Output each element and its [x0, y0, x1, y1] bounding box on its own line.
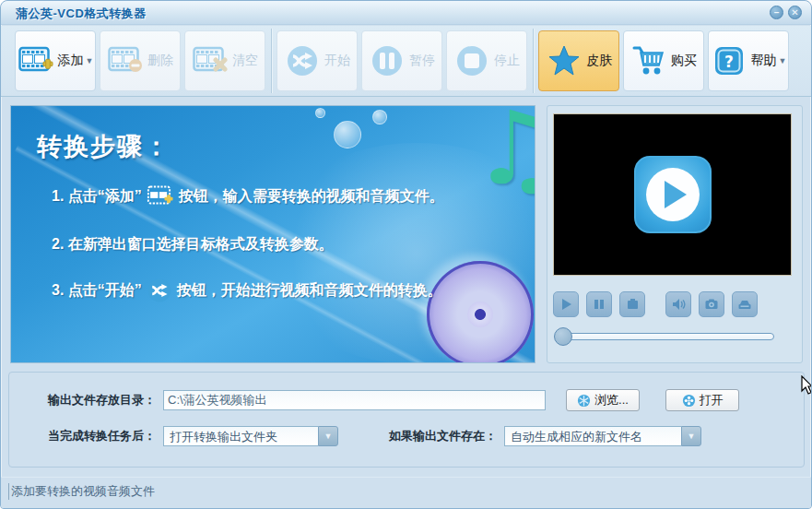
delete-button-label: 删除	[147, 53, 173, 69]
output-dir-label: 输出文件存放目录：	[48, 392, 156, 408]
cd-disc-graphic	[427, 261, 534, 363]
pause-button-label: 暂停	[409, 53, 435, 69]
stop-icon	[453, 42, 490, 79]
title-bar: 蒲公英-VCD格式转换器 – ✕	[1, 1, 811, 25]
pause-button: 暂停	[361, 30, 442, 91]
after-task-value: 打开转换输出文件夹	[163, 426, 318, 446]
toolbar-separator	[271, 29, 272, 93]
camera-icon	[704, 297, 719, 312]
skin-button-label: 皮肤	[586, 53, 612, 69]
open-button-label: 打开	[700, 392, 724, 408]
minimize-button[interactable]: –	[770, 6, 783, 19]
skin-button[interactable]: 皮肤	[538, 30, 619, 91]
svg-text:?: ?	[724, 53, 734, 71]
chevron-down-icon: ▼	[86, 56, 94, 65]
player-open-tray-button	[732, 291, 758, 317]
player-snapshot-button	[699, 291, 724, 317]
open-button[interactable]: 打开	[665, 389, 739, 411]
player-pause-button	[586, 291, 612, 317]
film-reel-icon	[682, 394, 696, 408]
chevron-down-icon: ▼	[681, 426, 701, 446]
bubble-decoration	[334, 121, 361, 148]
step-3: 3. 点击“开始” 按钮，开始进行视频和音频文件的转换。	[52, 278, 442, 303]
play-triangle-icon	[665, 181, 687, 208]
clear-button-label: 清空	[232, 53, 258, 69]
music-note-icon: ♫	[472, 105, 535, 207]
buy-button[interactable]: 购买	[623, 30, 704, 91]
bubble-decoration	[315, 108, 325, 118]
player-play-button	[553, 291, 579, 317]
pause-icon	[592, 297, 606, 312]
toolbar-separator	[533, 29, 534, 93]
convert-start-icon	[284, 42, 321, 79]
app-window: 蒲公英-VCD格式转换器 – ✕ 添加 ▼	[0, 0, 812, 509]
bubble-decoration	[372, 110, 387, 124]
player-volume-button	[665, 291, 691, 317]
help-icon: ?	[711, 42, 747, 79]
step-3-text: 按钮，开始进行视频和音频文件的转换。	[177, 281, 442, 301]
step-2: 2. 在新弹出窗口选择目标格式及转换参数。	[52, 235, 334, 254]
start-button-label: 开始	[324, 53, 350, 69]
chevron-down-icon: ▼	[779, 56, 787, 65]
browse-button-label: 浏览...	[594, 392, 629, 408]
cart-icon	[630, 42, 667, 79]
stop-icon	[625, 297, 640, 312]
clear-button: 清空	[184, 30, 265, 91]
toolbar: 添加 ▼ 删除	[1, 26, 811, 97]
browse-button[interactable]: 浏览...	[566, 389, 640, 411]
film-add-icon	[18, 42, 54, 79]
chevron-down-icon: ▼	[318, 426, 338, 446]
buy-button-label: 购买	[671, 53, 697, 69]
step-3-text: 3. 点击“开始”	[52, 281, 142, 301]
seek-slider-knob[interactable]	[554, 327, 572, 346]
output-dir-row: 输出文件存放目录： 浏览... 打开	[9, 389, 804, 411]
film-remove-icon	[107, 42, 144, 79]
step-1-text: 按钮，输入需要转换的视频和音频文件。	[179, 187, 444, 207]
help-button-label: 帮助	[751, 53, 777, 69]
add-button[interactable]: 添加 ▼	[15, 30, 96, 91]
if-exists-label: 如果输出文件存在：	[389, 428, 497, 444]
preview-panel	[547, 105, 803, 363]
status-bar: 添加要转换的视频音频文件	[1, 477, 811, 508]
after-task-dropdown[interactable]: 打开转换输出文件夹 ▼	[163, 426, 338, 446]
if-exists-dropdown[interactable]: 自动生成相应的新文件名 ▼	[504, 426, 701, 446]
film-clear-icon	[192, 42, 229, 79]
play-icon	[559, 297, 573, 312]
disc-tray-icon	[737, 297, 752, 312]
output-settings-group: 输出文件存放目录： 浏览... 打开 当完成转换任务后：	[8, 372, 805, 468]
stop-button: 停止	[446, 30, 527, 91]
browse-icon	[577, 394, 591, 408]
volume-icon	[671, 297, 686, 312]
steps-title: 转换步骤：	[37, 130, 171, 163]
window-title: 蒲公英-VCD格式转换器	[16, 6, 147, 22]
player-controls	[553, 291, 796, 317]
options-row: 当完成转换任务后： 打开转换输出文件夹 ▼ 如果输出文件存在： 自动生成相应的新…	[9, 426, 804, 446]
status-text: 添加要转换的视频音频文件	[8, 483, 155, 500]
pause-icon	[369, 42, 406, 79]
instruction-panel: ♫ 转换步骤： 1. 点击“添加” 按钮，输入需要转换的视频和音频文件。 2. …	[10, 105, 535, 363]
close-button[interactable]: ✕	[788, 6, 802, 19]
step-2-text: 2. 在新弹出窗口选择目标格式及转换参数。	[52, 235, 334, 254]
star-icon	[546, 42, 583, 79]
output-dir-input[interactable]	[163, 390, 546, 410]
if-exists-value: 自动生成相应的新文件名	[504, 426, 681, 446]
help-button[interactable]: ? 帮助 ▼	[708, 30, 789, 91]
player-logo	[634, 156, 712, 233]
seek-slider[interactable]	[555, 333, 774, 340]
start-button: 开始	[277, 30, 358, 91]
video-preview	[553, 113, 792, 276]
step-1-text: 1. 点击“添加”	[52, 187, 142, 207]
player-stop-button	[619, 291, 645, 317]
film-add-icon	[147, 185, 174, 207]
play-circle	[646, 168, 700, 221]
step-1: 1. 点击“添加” 按钮，输入需要转换的视频和音频文件。	[52, 185, 444, 207]
cd-hole	[467, 302, 493, 327]
stop-button-label: 停止	[494, 53, 520, 69]
add-button-label: 添加	[58, 53, 84, 69]
mouse-cursor	[801, 375, 812, 396]
after-task-label: 当完成转换任务后：	[48, 428, 156, 444]
delete-button: 删除	[100, 30, 181, 91]
convert-start-icon	[147, 278, 172, 303]
